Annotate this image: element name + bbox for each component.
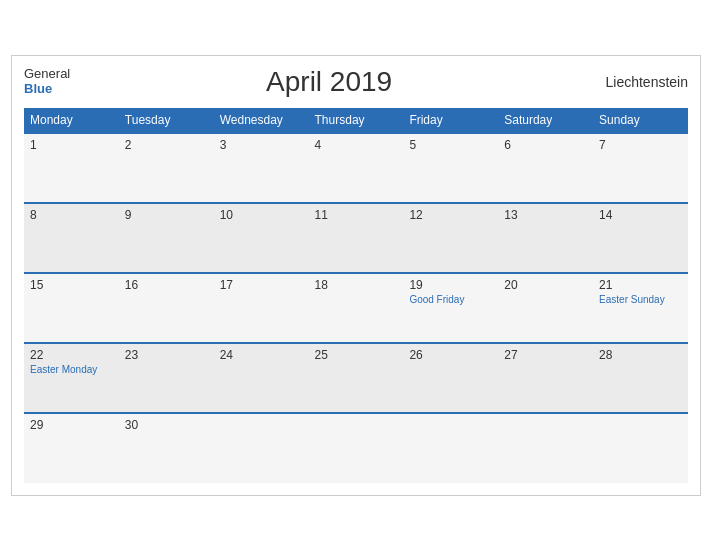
day-number: 22 (30, 348, 113, 362)
holiday-label: Good Friday (409, 294, 492, 305)
day-number: 5 (409, 138, 492, 152)
week-row-4: 22Easter Monday232425262728 (24, 343, 688, 413)
day-cell: 30 (119, 413, 214, 483)
day-number: 16 (125, 278, 208, 292)
day-number: 11 (315, 208, 398, 222)
day-cell: 12 (403, 203, 498, 273)
day-cell: 23 (119, 343, 214, 413)
day-number: 21 (599, 278, 682, 292)
week-row-3: 1516171819Good Friday2021Easter Sunday (24, 273, 688, 343)
day-number: 23 (125, 348, 208, 362)
day-cell (593, 413, 688, 483)
day-cell (214, 413, 309, 483)
logo: General Blue (24, 67, 70, 96)
week-row-2: 891011121314 (24, 203, 688, 273)
day-cell: 9 (119, 203, 214, 273)
header-friday: Friday (403, 108, 498, 133)
day-cell: 13 (498, 203, 593, 273)
day-cell: 28 (593, 343, 688, 413)
day-number: 9 (125, 208, 208, 222)
day-number: 14 (599, 208, 682, 222)
day-number: 17 (220, 278, 303, 292)
weekday-header-row: Monday Tuesday Wednesday Thursday Friday… (24, 108, 688, 133)
day-cell: 7 (593, 133, 688, 203)
day-number: 28 (599, 348, 682, 362)
day-cell: 20 (498, 273, 593, 343)
day-number: 24 (220, 348, 303, 362)
day-number: 8 (30, 208, 113, 222)
day-number: 2 (125, 138, 208, 152)
day-cell (498, 413, 593, 483)
day-number: 18 (315, 278, 398, 292)
day-cell: 19Good Friday (403, 273, 498, 343)
day-cell: 15 (24, 273, 119, 343)
day-number: 13 (504, 208, 587, 222)
calendar-header: General Blue April 2019 Liechtenstein (24, 66, 688, 98)
header-thursday: Thursday (309, 108, 404, 133)
week-row-5: 2930 (24, 413, 688, 483)
day-number: 6 (504, 138, 587, 152)
logo-blue-text: Blue (24, 82, 70, 96)
day-number: 26 (409, 348, 492, 362)
month-title: April 2019 (70, 66, 588, 98)
header-wednesday: Wednesday (214, 108, 309, 133)
day-cell: 8 (24, 203, 119, 273)
day-number: 30 (125, 418, 208, 432)
day-cell: 10 (214, 203, 309, 273)
holiday-label: Easter Sunday (599, 294, 682, 305)
day-cell: 26 (403, 343, 498, 413)
calendar-container: General Blue April 2019 Liechtenstein Mo… (11, 55, 701, 496)
day-number: 3 (220, 138, 303, 152)
day-cell: 18 (309, 273, 404, 343)
day-number: 20 (504, 278, 587, 292)
day-cell: 24 (214, 343, 309, 413)
logo-general-text: General (24, 67, 70, 81)
day-cell: 25 (309, 343, 404, 413)
day-cell: 2 (119, 133, 214, 203)
day-cell: 17 (214, 273, 309, 343)
day-number: 19 (409, 278, 492, 292)
day-cell: 22Easter Monday (24, 343, 119, 413)
day-cell (403, 413, 498, 483)
day-cell: 21Easter Sunday (593, 273, 688, 343)
day-number: 25 (315, 348, 398, 362)
header-sunday: Sunday (593, 108, 688, 133)
day-number: 15 (30, 278, 113, 292)
day-cell: 11 (309, 203, 404, 273)
day-number: 10 (220, 208, 303, 222)
day-number: 29 (30, 418, 113, 432)
day-cell: 6 (498, 133, 593, 203)
calendar-table: Monday Tuesday Wednesday Thursday Friday… (24, 108, 688, 483)
day-cell: 5 (403, 133, 498, 203)
header-tuesday: Tuesday (119, 108, 214, 133)
header-monday: Monday (24, 108, 119, 133)
day-number: 12 (409, 208, 492, 222)
day-cell: 29 (24, 413, 119, 483)
day-number: 7 (599, 138, 682, 152)
day-cell: 4 (309, 133, 404, 203)
day-cell: 16 (119, 273, 214, 343)
day-cell: 14 (593, 203, 688, 273)
day-cell: 27 (498, 343, 593, 413)
day-number: 27 (504, 348, 587, 362)
day-number: 1 (30, 138, 113, 152)
header-saturday: Saturday (498, 108, 593, 133)
day-number: 4 (315, 138, 398, 152)
day-cell: 1 (24, 133, 119, 203)
day-cell (309, 413, 404, 483)
country-name: Liechtenstein (588, 74, 688, 90)
week-row-1: 1234567 (24, 133, 688, 203)
holiday-label: Easter Monday (30, 364, 113, 375)
day-cell: 3 (214, 133, 309, 203)
